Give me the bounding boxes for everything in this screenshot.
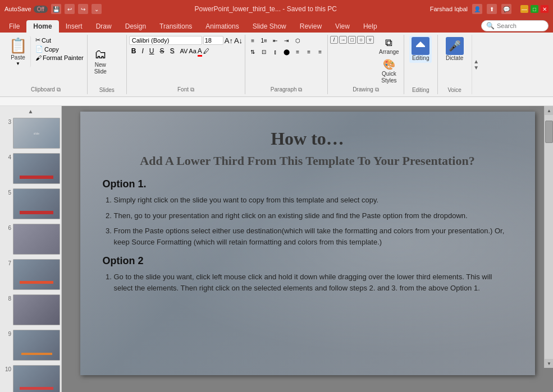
align-text-button[interactable]: ⊡ — [259, 47, 269, 56]
cut-button[interactable]: ✂ Cut — [34, 36, 85, 44]
slide-panel[interactable]: ▲ 3 slide 4 5 6 7 — [0, 106, 62, 392]
save-icon[interactable]: 💾 — [51, 4, 61, 14]
new-slide-button[interactable]: 🗂 NewSlide — [90, 46, 111, 76]
dictate-button[interactable]: 🎤 Dictate — [444, 36, 466, 63]
slide-preview-9 — [13, 330, 60, 361]
option1-item-1[interactable]: Simply right click on the slide you want… — [114, 195, 513, 206]
option1-item-3[interactable]: From the Paste options select either use… — [114, 225, 513, 247]
tab-file[interactable]: File — [2, 20, 26, 33]
format-painter-button[interactable]: 🖌 Format Painter — [34, 54, 85, 62]
tab-draw[interactable]: Draw — [89, 20, 118, 33]
increase-font-icon[interactable]: A↑ — [225, 36, 233, 45]
slide-scroll-up[interactable]: ▲ — [2, 108, 59, 114]
paste-icon: 📋 — [9, 37, 27, 54]
slide-thumb-5[interactable]: 5 — [2, 187, 59, 220]
autosave-control[interactable]: AutoSave Off — [4, 6, 48, 13]
shape-oval[interactable]: ○ — [357, 36, 365, 44]
shadow-button[interactable]: S — [167, 46, 176, 56]
tab-design[interactable]: Design — [118, 20, 153, 33]
main-area: ▲ 3 slide 4 5 6 7 — [0, 106, 553, 392]
slide-subtitle[interactable]: Add A Lower Third From This Template To … — [103, 154, 513, 168]
cut-icon: ✂ — [35, 36, 40, 44]
bullets-button[interactable]: ≡ — [248, 36, 258, 45]
slide-thumb-6[interactable]: 6 — [2, 223, 59, 256]
tab-view[interactable]: View — [328, 20, 357, 33]
ruler-marks — [62, 97, 553, 105]
decrease-indent-button[interactable]: ⇤ — [270, 36, 280, 45]
columns-button[interactable]: ⫿ — [270, 47, 280, 56]
shape-rect[interactable]: □ — [348, 36, 356, 44]
numbering-button[interactable]: 1≡ — [259, 36, 269, 45]
tab-review[interactable]: Review — [293, 20, 328, 33]
tab-animations[interactable]: Animations — [199, 20, 245, 33]
font-family-input[interactable] — [129, 36, 202, 45]
copy-button[interactable]: 📄 Copy — [34, 45, 85, 53]
justify-button[interactable]: ≡ — [315, 47, 325, 56]
align-center-button[interactable]: ≡ — [293, 47, 303, 56]
format-painter-icon: 🖌 — [35, 54, 42, 61]
font-size-input[interactable] — [203, 36, 223, 45]
tab-transitions[interactable]: Transitions — [153, 20, 199, 33]
option1-title[interactable]: Option 1. — [103, 178, 513, 190]
scroll-up-button[interactable]: ▲ — [545, 106, 553, 115]
smartart-button[interactable]: ⬡ — [293, 36, 303, 45]
arrange-label: Arrange — [379, 49, 399, 56]
comments-icon[interactable]: 💬 — [501, 4, 511, 14]
slide-thumb-9[interactable]: 9 — [2, 329, 59, 362]
character-spacing-btn[interactable]: AV — [180, 48, 188, 54]
slide-thumb-4[interactable]: 4 — [2, 152, 59, 185]
quick-styles-button[interactable]: 🎨 QuickStyles — [377, 57, 401, 85]
undo-icon[interactable]: ↩ — [65, 4, 75, 14]
option2-item-1[interactable]: Go to the slide you want, click left mou… — [114, 271, 513, 293]
italic-button[interactable]: I — [139, 46, 145, 56]
editing-button[interactable]: Editing — [409, 36, 432, 63]
slide-thumb-7[interactable]: 7 — [2, 258, 59, 291]
scroll-thumb[interactable] — [545, 121, 553, 143]
quick-access-more[interactable]: ⌄ — [92, 4, 102, 14]
ribbon-scroll-down[interactable]: ▲ ▼ — [472, 35, 481, 94]
minimize-button[interactable]: — — [520, 5, 528, 13]
paste-dropdown-icon[interactable]: ▼ — [16, 61, 20, 66]
slide-thumb-3[interactable]: 3 slide — [2, 117, 59, 150]
highlight-color-btn[interactable]: 🖊 — [203, 48, 209, 54]
shape-arrow[interactable]: → — [339, 36, 347, 44]
text-direction-button[interactable]: ⇅ — [248, 47, 258, 56]
scroll-down-button[interactable]: ▼ — [545, 359, 553, 368]
slide-area[interactable]: How to… Add A Lower Third From This Temp… — [62, 106, 553, 392]
slide-num-7: 7 — [3, 259, 11, 266]
option1-item-2[interactable]: Then, go to your presentation and right … — [114, 210, 513, 222]
slide-thumb-10[interactable]: 10 — [2, 364, 59, 392]
tab-help[interactable]: Help — [357, 20, 384, 33]
maximize-button[interactable]: □ — [531, 5, 538, 13]
increase-indent-button[interactable]: ⇥ — [281, 36, 291, 45]
align-right-button[interactable]: ≡ — [304, 47, 314, 56]
arrange-button[interactable]: ⧉ Arrange — [377, 36, 401, 57]
decrease-font-icon[interactable]: A↓ — [234, 36, 243, 45]
tab-home[interactable]: Home — [26, 20, 58, 33]
bold-button[interactable]: B — [129, 46, 139, 56]
option2-title[interactable]: Option 2 — [103, 255, 513, 267]
align-left-button[interactable]: ⬤ — [281, 47, 291, 56]
change-case-btn[interactable]: Aa — [189, 48, 196, 54]
window-title: PowerPoint_lower_third_te... - Saved to … — [102, 5, 430, 13]
vertical-scrollbar[interactable]: ▲ ▼ — [544, 106, 553, 368]
slide-canvas[interactable]: How to… Add A Lower Third From This Temp… — [80, 112, 535, 375]
tab-slideshow[interactable]: Slide Show — [246, 20, 293, 33]
font-color-btn[interactable]: A — [198, 47, 202, 55]
autosave-toggle[interactable]: Off — [34, 6, 48, 13]
tab-insert[interactable]: Insert — [59, 20, 89, 33]
shape-more[interactable]: ▿ — [366, 36, 374, 44]
underline-button[interactable]: U — [147, 46, 157, 56]
slide-preview-4 — [13, 153, 60, 184]
slide-thumb-8[interactable]: 8 — [2, 293, 59, 326]
slide-title[interactable]: How to… — [103, 128, 513, 149]
user-avatar[interactable]: 👤 — [472, 4, 482, 14]
redo-icon[interactable]: ↪ — [78, 4, 88, 14]
close-button[interactable]: ✕ — [541, 5, 549, 13]
search-input[interactable] — [497, 22, 542, 29]
share-icon[interactable]: ⬆ — [487, 4, 497, 14]
shape-line[interactable]: / — [330, 36, 338, 44]
paste-button[interactable]: 📋 Paste ▼ — [7, 36, 31, 67]
strikethrough-button[interactable]: S — [157, 46, 166, 56]
search-box[interactable]: 🔍 — [481, 20, 549, 31]
